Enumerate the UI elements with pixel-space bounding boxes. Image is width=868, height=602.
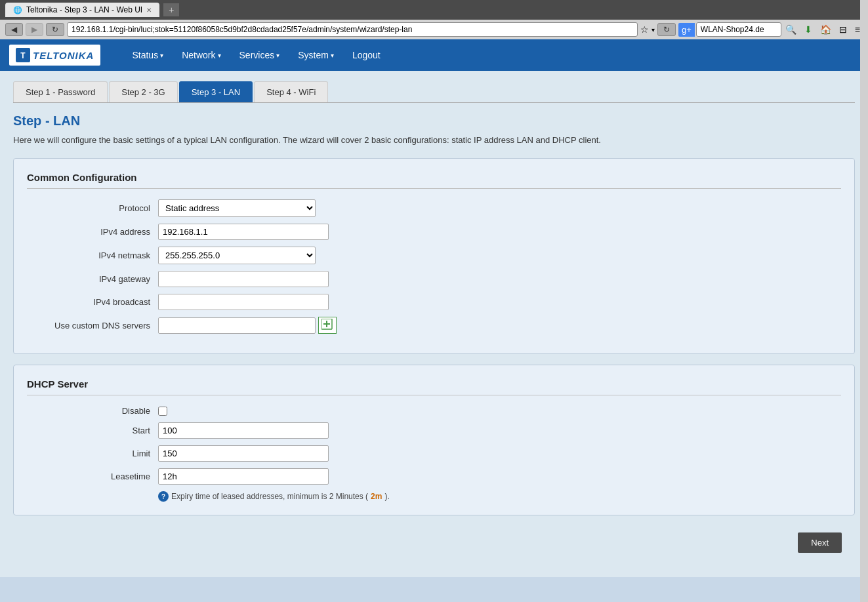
limit-input[interactable] <box>158 445 329 462</box>
dns-input[interactable] <box>158 317 316 334</box>
dhcp-server-section: DHCP Server Disable Start Limit Leasetim… <box>13 365 855 515</box>
nav-item-system[interactable]: System ▾ <box>289 39 343 71</box>
logo-text: TELTONIKA <box>33 50 94 61</box>
nav-item-status[interactable]: Status ▾ <box>123 39 173 71</box>
ipv4-broadcast-label: IPv4 broadcast <box>27 297 158 307</box>
leasetime-input[interactable] <box>158 468 329 485</box>
common-config-title: Common Configuration <box>27 172 841 189</box>
nav-item-logout[interactable]: Logout <box>343 39 390 71</box>
dns-row: Use custom DNS servers <box>27 317 841 334</box>
dns-container <box>158 317 337 334</box>
tab-title: Teltonika - Step 3 - LAN - Web UI <box>26 5 142 14</box>
system-dropdown-arrow: ▾ <box>331 52 334 59</box>
ipv4-address-label: IPv4 address <box>27 227 158 237</box>
limit-row: Limit <box>27 445 841 462</box>
app-container: T TELTONIKA Status ▾ Network ▾ Services … <box>0 39 868 577</box>
refresh-button[interactable]: ↻ <box>46 23 64 36</box>
ipv4-gateway-label: IPv4 gateway <box>27 274 158 284</box>
svg-text:T: T <box>20 51 26 60</box>
wizard-tabs: Step 1 - Password Step 2 - 3G Step 3 - L… <box>13 81 855 103</box>
browser-tab[interactable]: 🌐 Teltonika - Step 3 - LAN - Web UI ✕ <box>5 3 159 17</box>
ipv4-netmask-label: IPv4 netmask <box>27 251 158 260</box>
ipv4-gateway-row: IPv4 gateway <box>27 271 841 287</box>
leasetime-row: Leasetime <box>27 468 841 485</box>
start-label: Start <box>27 426 158 435</box>
ipv4-address-row: IPv4 address <box>27 224 841 240</box>
leasetime-hint: ? Expiry time of leased addresses, minim… <box>158 491 841 502</box>
back-button[interactable]: ◀ <box>5 23 23 36</box>
start-input[interactable] <box>158 422 329 439</box>
logo-area: T TELTONIKA <box>0 39 110 71</box>
ipv4-gateway-input[interactable] <box>158 271 329 287</box>
browser-chrome: 🌐 Teltonika - Step 3 - LAN - Web UI ✕ + <box>0 0 868 20</box>
tab-step1[interactable]: Step 1 - Password <box>13 81 108 102</box>
add-dns-icon <box>321 319 333 331</box>
download-icon[interactable]: ⬇ <box>802 23 815 36</box>
leasetime-hint-end: ). <box>384 492 389 501</box>
disable-checkbox[interactable] <box>158 407 167 416</box>
main-navbar: T TELTONIKA Status ▾ Network ▾ Services … <box>0 39 868 71</box>
protocol-select[interactable]: Static address DHCP client <box>158 199 316 217</box>
nav-item-network[interactable]: Network ▾ <box>173 39 230 71</box>
content-area: Step 1 - Password Step 2 - 3G Step 3 - L… <box>0 71 868 570</box>
ipv4-address-input[interactable] <box>158 224 329 240</box>
leasetime-label: Leasetime <box>27 472 158 481</box>
limit-label: Limit <box>27 449 158 458</box>
protocol-select-container: Static address DHCP client <box>158 199 316 217</box>
forward-button[interactable]: ▶ <box>26 23 43 36</box>
tab-step3[interactable]: Step 3 - LAN <box>179 81 253 102</box>
url-bar[interactable] <box>67 22 638 37</box>
reload-button[interactable]: ↻ <box>657 23 676 36</box>
dns-add-button[interactable] <box>318 317 337 334</box>
nav-menu: Status ▾ Network ▾ Services ▾ System ▾ L… <box>123 39 389 71</box>
leasetime-hint-text: Expiry time of leased addresses, minimum… <box>171 492 368 501</box>
footer-bar: Next <box>13 526 855 559</box>
leasetime-hint-value: 2m <box>371 492 382 501</box>
search-container: g+ 🔍 <box>678 22 799 37</box>
search-input[interactable] <box>696 22 781 37</box>
new-tab-button[interactable]: + <box>163 3 179 16</box>
nav-item-services[interactable]: Services ▾ <box>230 39 289 71</box>
page-title: Step - LAN <box>13 113 855 129</box>
status-dropdown-arrow: ▾ <box>160 52 163 59</box>
dhcp-server-title: DHCP Server <box>27 378 841 395</box>
scrollbar[interactable] <box>860 0 868 577</box>
ipv4-netmask-row: IPv4 netmask 255.255.255.0 255.255.0.0 2… <box>27 247 841 264</box>
ipv4-netmask-select[interactable]: 255.255.255.0 255.255.0.0 255.0.0.0 <box>158 247 316 264</box>
bookmark-down-icon[interactable]: ▾ <box>651 26 655 33</box>
protocol-row: Protocol Static address DHCP client <box>27 199 841 217</box>
network-dropdown-arrow: ▾ <box>218 52 221 59</box>
tab-step4[interactable]: Step 4 - WiFi <box>254 81 328 102</box>
page-description: Here we will configure the basic setting… <box>13 135 855 145</box>
netmask-select-container: 255.255.255.0 255.255.0.0 255.0.0.0 <box>158 247 316 264</box>
bookmark-icon[interactable]: ☆ <box>640 24 649 35</box>
tab-step2[interactable]: Step 2 - 3G <box>109 81 177 102</box>
tab-close-icon[interactable]: ✕ <box>146 7 152 14</box>
home-button[interactable]: 🏠 <box>817 23 834 36</box>
bookmark-manager-icon[interactable]: ⊟ <box>837 23 850 36</box>
search-button[interactable]: 🔍 <box>783 23 799 36</box>
ipv4-broadcast-row: IPv4 broadcast <box>27 294 841 310</box>
protocol-label: Protocol <box>27 203 158 213</box>
dns-label: Use custom DNS servers <box>27 321 158 331</box>
start-row: Start <box>27 422 841 439</box>
ipv4-broadcast-input[interactable] <box>158 294 329 310</box>
services-dropdown-arrow: ▾ <box>276 52 279 59</box>
teltonika-logo-icon: T <box>16 48 30 62</box>
tab-favicon: 🌐 <box>13 6 22 14</box>
info-icon: ? <box>158 491 169 502</box>
search-engine-icon: g+ <box>678 23 695 37</box>
next-button[interactable]: Next <box>798 532 842 553</box>
disable-label: Disable <box>27 406 158 416</box>
logo-wrapper: T TELTONIKA <box>9 45 100 66</box>
disable-row: Disable <box>27 406 841 416</box>
browser-navbar: ◀ ▶ ↻ ☆ ▾ ↻ g+ 🔍 ⬇ 🏠 ⊟ ≡ <box>0 20 868 39</box>
common-config-section: Common Configuration Protocol Static add… <box>13 158 855 354</box>
